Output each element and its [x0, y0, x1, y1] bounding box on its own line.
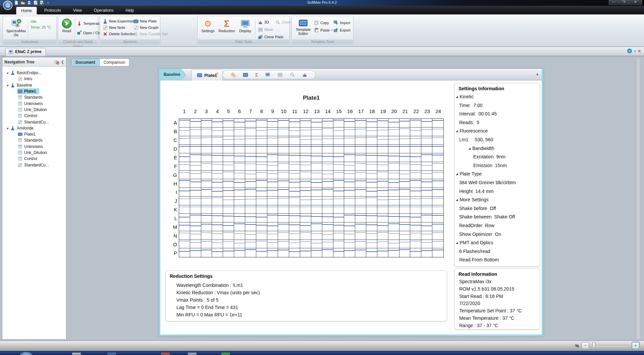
well-D3[interactable]	[201, 145, 212, 153]
well-I9[interactable]	[267, 188, 278, 196]
taskbar-item[interactable]	[188, 353, 197, 355]
well-A6[interactable]	[234, 119, 245, 127]
well-O9[interactable]	[267, 240, 278, 248]
column-header-6[interactable]: 6	[234, 108, 245, 116]
well-D21[interactable]	[399, 145, 411, 153]
well-I22[interactable]	[410, 188, 421, 196]
settings-button[interactable]: ⚙ Settings	[200, 19, 216, 33]
document-tab-enac[interactable]: ENaC Z prime	[5, 48, 46, 56]
well-N22[interactable]	[410, 231, 421, 240]
menu-tab-help[interactable]: Help	[121, 7, 139, 14]
well-H12[interactable]	[300, 179, 311, 188]
well-P7[interactable]	[245, 248, 256, 257]
well-D19[interactable]	[377, 145, 388, 153]
well-C17[interactable]	[355, 136, 366, 145]
column-header-2[interactable]: 2	[190, 108, 201, 116]
well-F15[interactable]	[333, 162, 344, 170]
well-M16[interactable]	[344, 222, 355, 231]
column-header-23[interactable]: 23	[422, 108, 433, 116]
well-P16[interactable]	[344, 248, 355, 257]
well-F9[interactable]	[267, 162, 278, 170]
read-button[interactable]: Read	[60, 18, 73, 33]
well-E17[interactable]	[355, 153, 366, 162]
well-L10[interactable]	[278, 214, 289, 222]
delete-selection-button[interactable]: Delete Selection	[103, 31, 136, 37]
well-O6[interactable]	[234, 240, 245, 248]
well-A19[interactable]	[377, 119, 388, 127]
well-K2[interactable]	[190, 205, 201, 214]
well-P6[interactable]	[234, 248, 245, 257]
well-P22[interactable]	[410, 248, 421, 257]
well-H16[interactable]	[344, 179, 355, 188]
reduction-button[interactable]: Σ Reduction	[218, 19, 236, 33]
well-A4[interactable]	[212, 119, 223, 127]
well-H10[interactable]	[278, 179, 289, 188]
well-G21[interactable]	[399, 171, 411, 179]
well-B13[interactable]	[311, 128, 322, 136]
toolbar-reduction-icon[interactable]: Σ	[255, 72, 258, 78]
well-N16[interactable]	[344, 231, 355, 240]
import-button[interactable]: Import	[333, 20, 350, 25]
well-C2[interactable]	[190, 136, 201, 145]
well-G2[interactable]	[190, 171, 201, 179]
well-D17[interactable]	[355, 145, 366, 153]
well-M18[interactable]	[366, 222, 377, 231]
well-M7[interactable]	[245, 222, 256, 231]
row-header-P[interactable]: P	[167, 251, 177, 256]
display-button[interactable]: Display	[237, 19, 253, 33]
well-I3[interactable]	[201, 188, 212, 196]
well-F5[interactable]	[223, 162, 234, 170]
well-F11[interactable]	[289, 162, 300, 170]
well-L15[interactable]	[333, 214, 344, 222]
well-D1[interactable]	[179, 145, 190, 153]
well-F13[interactable]	[311, 162, 322, 170]
row-header-E[interactable]: E	[167, 155, 177, 160]
well-F1[interactable]	[179, 162, 190, 170]
well-E21[interactable]	[399, 153, 411, 162]
well-H20[interactable]	[388, 179, 399, 188]
well-H4[interactable]	[212, 179, 223, 188]
well-K17[interactable]	[355, 205, 366, 214]
well-N8[interactable]	[256, 231, 267, 240]
well-I4[interactable]	[212, 188, 223, 196]
well-O1[interactable]	[179, 240, 190, 248]
row-header-F[interactable]: F	[167, 164, 177, 169]
well-A7[interactable]	[245, 119, 256, 127]
well-K3[interactable]	[201, 205, 212, 214]
well-A13[interactable]	[311, 119, 322, 127]
well-H13[interactable]	[311, 179, 322, 188]
well-C7[interactable]	[245, 136, 256, 145]
zoom-in-button[interactable]: +	[632, 342, 639, 349]
toolbar-zoom-icon[interactable]	[290, 72, 295, 78]
well-N9[interactable]	[267, 231, 278, 240]
menu-tab-home[interactable]: Home	[16, 7, 37, 14]
well-O2[interactable]	[190, 240, 201, 248]
close-button[interactable]: ✕	[629, 0, 642, 5]
export-button[interactable]: Export	[333, 28, 351, 33]
row-header-G[interactable]: G	[167, 172, 177, 178]
well-D15[interactable]	[333, 145, 344, 153]
well-D11[interactable]	[289, 145, 300, 153]
well-A12[interactable]	[300, 119, 311, 127]
well-J6[interactable]	[234, 197, 245, 205]
well-A3[interactable]	[201, 119, 212, 127]
well-I6[interactable]	[234, 188, 245, 196]
well-O18[interactable]	[366, 240, 377, 248]
well-M11[interactable]	[289, 222, 300, 231]
tree-item-standardcu-[interactable]: StandardCu...	[2, 119, 66, 125]
row-header-N[interactable]: N	[167, 233, 177, 238]
well-O5[interactable]	[223, 240, 234, 248]
well-N19[interactable]	[377, 231, 388, 240]
well-K16[interactable]	[344, 205, 355, 214]
tree-item-intro[interactable]: Intro	[2, 76, 66, 82]
well-K18[interactable]	[366, 205, 377, 214]
well-P18[interactable]	[366, 248, 377, 257]
column-header-13[interactable]: 13	[311, 108, 322, 116]
expand-arrow-icon[interactable]: ◢	[456, 93, 458, 101]
well-G22[interactable]	[410, 171, 421, 179]
template-editor-button[interactable]: Template Editor	[294, 18, 313, 36]
well-I8[interactable]	[256, 188, 267, 196]
tree-item-control[interactable]: Control	[2, 113, 66, 119]
well-J19[interactable]	[377, 197, 388, 205]
well-L5[interactable]	[223, 214, 234, 222]
